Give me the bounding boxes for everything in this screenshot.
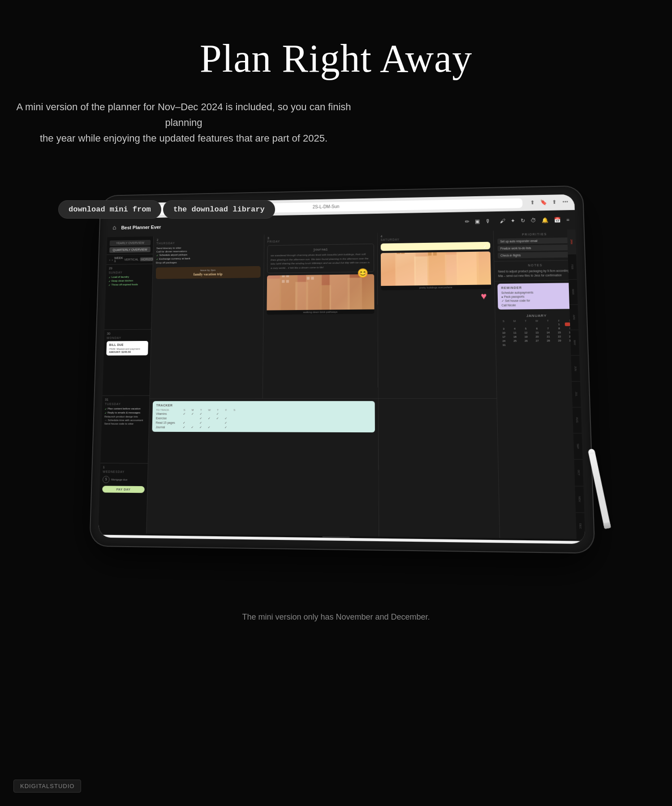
month-dec[interactable]: DEC [576, 513, 585, 539]
pencil-band [589, 452, 595, 454]
tracker-table: TO TRACK S M T W T F S [155, 409, 371, 430]
left-nav: YEARLY OVERVIEW QUARTERLY OVERVIEW ‹ › W… [99, 236, 154, 533]
cal-d5: 5 [521, 326, 531, 330]
month-apr[interactable]: APR [569, 305, 578, 330]
cal-d18: 18 [509, 335, 520, 338]
star-icon[interactable]: ✦ [511, 217, 515, 224]
cal-h-t2: T [543, 319, 553, 322]
yearly-tab[interactable]: YEARLY OVERVIEW [110, 240, 151, 246]
menu-icon[interactable]: ≡ [566, 216, 569, 223]
cal-d8: 8 [554, 326, 564, 330]
view-tab-vertical[interactable]: VERTICAL [124, 258, 138, 261]
svg-rect-25 [445, 254, 459, 286]
bell-icon[interactable]: 🔔 [542, 217, 549, 224]
download-badge-2[interactable]: the download library [163, 200, 275, 219]
pencil-icon[interactable]: ✏ [465, 218, 470, 225]
browser-icon-1[interactable]: ⬆ [529, 199, 536, 206]
cal-d7: 7 [543, 326, 553, 330]
tr-s: ✓ [180, 421, 188, 424]
thursday-col: 2 Thursday Send itinerary to sitter Call… [150, 234, 264, 398]
month-may[interactable]: MAY [570, 330, 580, 355]
photo-2: pretty buildings everywhere [381, 251, 491, 290]
tv-t: ✓ [197, 412, 205, 416]
svg-rect-12 [307, 277, 310, 280]
tracker-journal: Journal ✓ ✓ ✓ ✓ ✓ [155, 425, 371, 429]
journal-title: journal [271, 246, 370, 252]
cal-d20: 20 [532, 334, 543, 338]
mortgage-label: Mortgage due [111, 478, 127, 480]
apple-pencil [588, 448, 611, 529]
month-nov[interactable]: NOV [575, 486, 584, 513]
prev-week-btn[interactable]: ‹ [109, 257, 110, 262]
toolbar-icons: ✏ ▣ 🎙 🖌 ✦ ↻ ⏱ 🔔 📅 ≡ [465, 216, 570, 225]
tracker-journal-label: Journal [155, 426, 180, 429]
tracker-h-m: M [189, 409, 197, 411]
svg-rect-7 [360, 274, 375, 310]
month-jun[interactable]: JUN [571, 355, 580, 381]
quarterly-tab[interactable]: QUARTERLY OVERVIEW [109, 246, 151, 253]
svg-rect-24 [427, 251, 447, 286]
home-icon[interactable]: ⌂ [112, 224, 116, 231]
mortgage-row: $ Mortgage due [103, 475, 145, 483]
month-mar[interactable]: MAR [569, 279, 577, 305]
browser-icon-2[interactable]: 🔖 [540, 199, 547, 206]
svg-rect-10 [282, 280, 284, 283]
subtitle-line2: the year while enjoying the updated feat… [40, 133, 327, 144]
cal-d26: 26 [521, 339, 531, 342]
right-sidebar: PRIORITIES Set up auto responder email F… [493, 229, 585, 539]
paint-icon[interactable]: 🖌 [500, 217, 505, 224]
cal-d28: 28 [543, 338, 554, 342]
photo-building-2 [381, 251, 491, 286]
refresh-icon[interactable]: ↻ [521, 217, 526, 224]
month-sep[interactable]: SEP [573, 433, 583, 460]
tuesday-task-2: ✓Reply to emails & messages [104, 411, 146, 414]
tracker-exercise: Exercise ✓ ✓ ✓ ✓ [156, 416, 371, 420]
cal-h-m: M [509, 319, 520, 322]
cal-h-w: W [531, 319, 542, 322]
cal-h-s: S [498, 319, 509, 322]
pay-day-button[interactable]: PAY DAY [102, 485, 145, 492]
reminder-card: REMINDER Schedule autopayments ● Pack pa… [497, 282, 575, 309]
svg-rect-11 [286, 280, 289, 283]
month-oct[interactable]: OCT [574, 460, 583, 486]
reminder-section: REMINDER Schedule autopayments ● Pack pa… [495, 280, 578, 311]
priority-2: Finalize work to-do lists [498, 244, 573, 251]
cal-d13: 13 [532, 330, 543, 334]
tracker-vitamins-label: Vitamins [156, 412, 180, 415]
cal-d27: 27 [532, 339, 543, 342]
checkmark-icon: ✓ [483, 244, 487, 249]
month-jan[interactable]: JAN [567, 229, 576, 254]
tracker-read-label: Read 15 pages [156, 421, 180, 424]
tj-w: ✓ [205, 426, 213, 429]
next-week-btn[interactable]: › [112, 257, 113, 262]
vacation-card: leave by 2pm family vacation trip [156, 266, 261, 279]
tracker-exercise-label: Exercise [156, 417, 180, 420]
week-label: WEEK 1 [114, 256, 123, 263]
month-feb[interactable]: FEB [568, 254, 577, 279]
svg-rect-26 [457, 251, 479, 286]
monitor-icon[interactable]: ▣ [475, 218, 480, 224]
clock-icon[interactable]: ⏱ [530, 217, 536, 224]
month-aug[interactable]: AUG [573, 407, 582, 433]
cal-d3: 3 [498, 327, 509, 330]
cal-1-blank4 [531, 322, 542, 326]
browser-icon-4[interactable]: ••• [561, 198, 569, 206]
priority-3: Check-in flights [498, 251, 573, 258]
month-jul[interactable]: JUL [572, 381, 581, 407]
calendar-grid: S M T W T F S [498, 319, 576, 347]
tracker-title: TRACKER [156, 404, 371, 407]
month-tabs: JAN FEB MAR APR MAY JUN JUL AUG SEP OCT [567, 229, 585, 539]
calendar-icon[interactable]: 📅 [554, 216, 561, 223]
browser-icon-3[interactable]: ⬆ [551, 198, 558, 206]
tuesday-task-4: →Schedule time with accountant [104, 418, 146, 421]
sunday-task-3: ✓Throw off expired foods [108, 283, 150, 286]
middle-section: download mini from the download library … [0, 187, 672, 563]
tuesday-task-1: ✓Plan content before vacation [105, 407, 147, 410]
priorities-section: PRIORITIES Set up auto responder email F… [494, 229, 577, 262]
mic-icon[interactable]: 🎙 [485, 218, 491, 224]
thu-task-4: ✓Exchange currency at bank [156, 256, 261, 260]
cal-d15: 15 [554, 330, 564, 334]
svg-rect-27 [476, 252, 491, 286]
download-badge-1[interactable]: download mini from [58, 200, 161, 219]
tracker-h-t1: T [197, 409, 205, 411]
